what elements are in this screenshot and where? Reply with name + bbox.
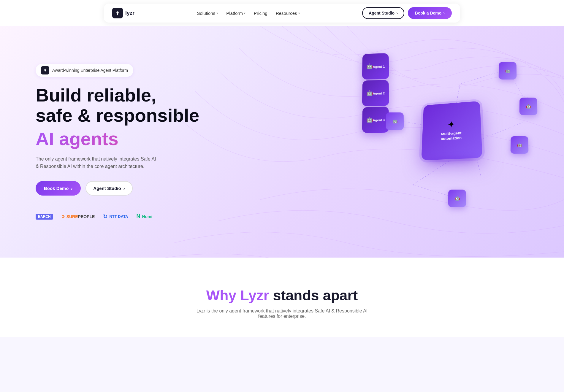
- agent-extra-4: 🤖: [448, 190, 466, 207]
- agent-2-block: 🤖 Agent 2: [362, 80, 389, 106]
- chevron-down-icon: ▾: [298, 12, 300, 15]
- arrow-right-icon: ›: [443, 11, 445, 15]
- logo-nomi: N Nomi: [136, 213, 152, 220]
- nav-links: Solutions ▾ Platform ▾ Pricing Resources…: [197, 11, 300, 16]
- main-agent-label: Multi-agentautomation: [441, 131, 462, 142]
- arrow-right-icon: ›: [123, 186, 125, 191]
- logo-surepeople: ⊙ SUREPEOPLE: [61, 214, 95, 219]
- agent-1-icon: 🤖: [366, 63, 373, 70]
- hero-book-demo-button[interactable]: Book Demo ›: [36, 181, 81, 196]
- agent-1-block: 🤖 Agent 1: [362, 53, 389, 80]
- hero-content: Award-winning Enterprise Agent Platform …: [36, 64, 199, 220]
- agent-3-label: Agent 3: [373, 118, 385, 122]
- nav-solutions[interactable]: Solutions ▾: [197, 11, 218, 16]
- agent-3-block: 🤖 Agent 3: [362, 107, 389, 133]
- nav-resources[interactable]: Resources ▾: [276, 11, 300, 16]
- why-title: Why Lyzr stands apart: [36, 287, 528, 304]
- agent-2-icon: 🤖: [366, 90, 373, 96]
- agent-extra-3: 🤖: [511, 136, 529, 154]
- chevron-down-icon: ▾: [216, 12, 218, 15]
- hero-agent-studio-button[interactable]: Agent Studio ›: [85, 181, 132, 196]
- svg-line-2: [413, 160, 451, 185]
- hero-visual: ✦ Multi-agentautomation 🤖 Agent 1 🤖 Agen…: [362, 53, 546, 231]
- logo-earch: EARCH: [36, 214, 53, 220]
- agent-2-label: Agent 2: [373, 91, 385, 95]
- arrow-right-icon: ›: [71, 186, 72, 191]
- agent-1-label: Agent 1: [373, 65, 385, 69]
- chevron-down-icon: ▾: [244, 12, 245, 15]
- logo[interactable]: lyzr: [112, 8, 134, 18]
- why-subtitle: Lyzr is the only agent framework that na…: [193, 308, 371, 319]
- nav-platform[interactable]: Platform ▾: [226, 11, 245, 16]
- main-agent-icon: ✦: [447, 119, 455, 130]
- hero-title-gradient: AI agents: [36, 128, 199, 149]
- agent-3-icon: 🤖: [366, 117, 373, 123]
- hero-buttons: Book Demo › Agent Studio ›: [36, 181, 199, 196]
- logo-nttdata: ↻ NTT DATA: [103, 213, 128, 220]
- agent-extra-2: 🤖: [386, 112, 404, 130]
- agent-extra-1: 🤖: [499, 62, 517, 80]
- agent-studio-button[interactable]: Agent Studio ›: [362, 7, 404, 19]
- hero-badge: Award-winning Enterprise Agent Platform: [36, 64, 133, 77]
- badge-logo-icon: [41, 66, 49, 74]
- hero-section: Award-winning Enterprise Agent Platform …: [0, 26, 564, 258]
- main-agent-block: ✦ Multi-agentautomation: [421, 101, 482, 160]
- hero-title-line1: Build reliable, safe & responsible: [36, 85, 199, 126]
- navbar: lyzr Solutions ▾ Platform ▾ Pricing Reso…: [0, 0, 564, 26]
- agent-extra-5: 🤖: [519, 98, 538, 115]
- badge-text: Award-winning Enterprise Agent Platform: [52, 68, 128, 73]
- arrow-right-icon: ›: [396, 11, 398, 15]
- nav-container: lyzr Solutions ▾ Platform ▾ Pricing Reso…: [104, 4, 460, 23]
- why-section: Why Lyzr stands apart Lyzr is the only a…: [0, 258, 564, 337]
- logo-icon: [112, 8, 123, 18]
- partner-logos: EARCH ⊙ SUREPEOPLE ↻ NTT DATA N Nomi: [36, 213, 199, 220]
- hero-description: The only agent framework that natively i…: [36, 155, 160, 170]
- nav-pricing[interactable]: Pricing: [254, 11, 267, 16]
- nav-actions: Agent Studio › Book a Demo ›: [362, 7, 452, 19]
- book-demo-button[interactable]: Book a Demo ›: [408, 7, 452, 19]
